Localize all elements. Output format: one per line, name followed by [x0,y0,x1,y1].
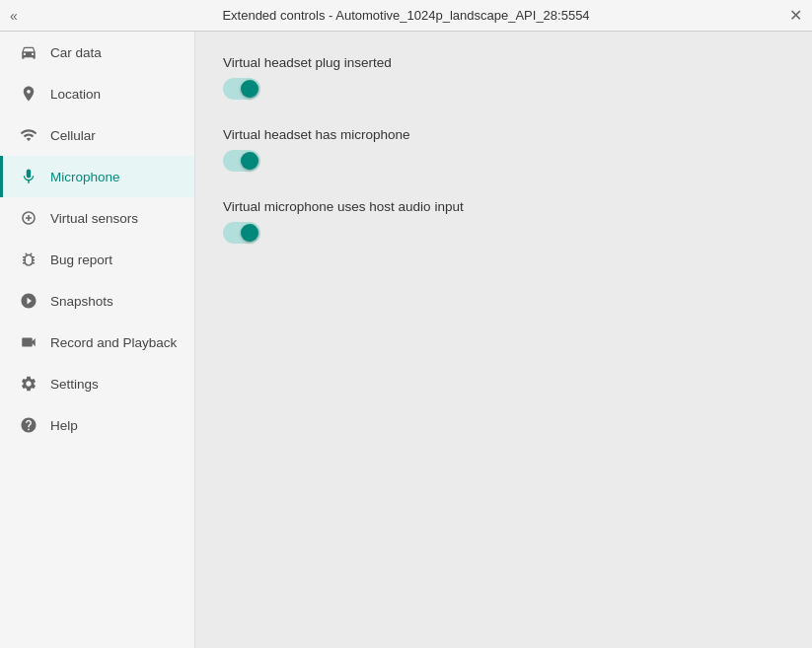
sidebar-item-bug-report[interactable]: Bug report [0,239,194,280]
toggle-thumb-headset-plug [241,80,258,98]
sidebar-label-record-playback: Record and Playback [50,335,177,350]
sidebar-item-settings[interactable]: Settings [0,363,194,404]
toggle-container-headset-mic [223,150,784,172]
panel: Virtual headset plug inserted Virtual he… [195,32,812,648]
sidebar-label-microphone: Microphone [50,170,120,184]
sidebar-item-record-playback[interactable]: Record and Playback [0,322,194,363]
toggle-label-virtual-mic-host: Virtual microphone uses host audio input [223,199,784,214]
sidebar-item-help[interactable]: Help [0,404,194,446]
snapshots-icon [19,291,38,311]
sidebar-label-help: Help [50,418,78,433]
toggle-thumb-virtual-mic-host [241,224,258,242]
car-icon [19,42,38,62]
title-bar: « Extended controls - Automotive_1024p_l… [0,0,812,32]
collapse-button[interactable]: « [10,9,18,23]
toggle-headset-mic[interactable] [223,150,260,172]
close-button[interactable]: ✕ [789,8,802,24]
toggle-row-virtual-mic-host: Virtual microphone uses host audio input [223,199,784,244]
cellular-icon [19,125,38,145]
sidebar-label-virtual-sensors: Virtual sensors [50,211,138,226]
sidebar: Car data Location Cellular Microphone Vi… [0,32,195,648]
help-icon [19,415,38,435]
sidebar-label-settings: Settings [50,377,99,392]
toggle-label-headset-mic: Virtual headset has microphone [223,127,784,142]
record-icon [19,332,38,352]
toggle-thumb-headset-mic [241,152,258,170]
title-bar-text: Extended controls - Automotive_1024p_lan… [222,8,589,23]
sidebar-item-cellular[interactable]: Cellular [0,114,194,156]
sidebar-label-snapshots: Snapshots [50,294,113,309]
main-content: Car data Location Cellular Microphone Vi… [0,32,812,648]
sidebar-item-car-data[interactable]: Car data [0,32,194,73]
sidebar-item-microphone[interactable]: Microphone [0,156,194,197]
location-icon [19,84,38,104]
sidebar-label-location: Location [50,87,101,102]
settings-icon [19,374,38,394]
sensors-icon [19,208,38,228]
sidebar-item-location[interactable]: Location [0,73,194,114]
bug-icon [19,250,38,269]
mic-icon [19,167,38,186]
toggle-label-headset-plug: Virtual headset plug inserted [223,55,784,70]
sidebar-label-bug-report: Bug report [50,252,112,267]
toggle-container-virtual-mic-host [223,222,784,244]
sidebar-item-snapshots[interactable]: Snapshots [0,280,194,322]
sidebar-label-cellular: Cellular [50,128,96,143]
toggle-virtual-mic-host[interactable] [223,222,260,244]
sidebar-item-virtual-sensors[interactable]: Virtual sensors [0,197,194,239]
toggle-row-headset-mic: Virtual headset has microphone [223,127,784,172]
sidebar-label-car-data: Car data [50,45,102,60]
toggle-row-headset-plug: Virtual headset plug inserted [223,55,784,100]
toggle-container-headset-plug [223,78,784,100]
toggle-headset-plug[interactable] [223,78,260,100]
